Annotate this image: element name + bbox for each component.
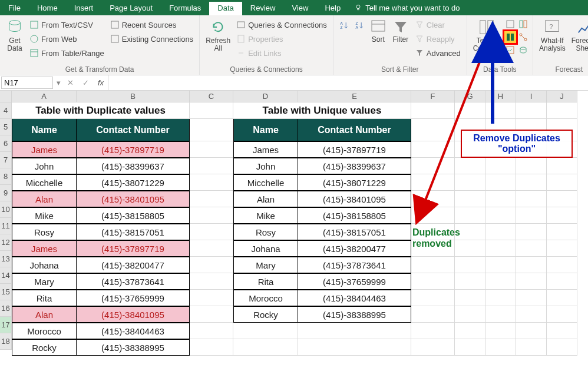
cell[interactable]: (415)-38071229 bbox=[77, 174, 190, 191]
cell[interactable] bbox=[485, 306, 516, 323]
recent-sources-button[interactable]: Recent Sources bbox=[108, 19, 196, 31]
cell[interactable] bbox=[455, 102, 485, 119]
name-box[interactable]: N17 bbox=[1, 77, 53, 89]
cell[interactable] bbox=[411, 158, 455, 174]
col-header-I[interactable]: I bbox=[516, 91, 547, 102]
cell[interactable]: Rosy bbox=[233, 224, 298, 240]
tab-help[interactable]: Help bbox=[316, 0, 349, 15]
tab-file[interactable]: File bbox=[0, 0, 29, 15]
cell[interactable] bbox=[485, 102, 516, 119]
tab-review[interactable]: Review bbox=[242, 0, 284, 15]
cell[interactable]: Johana bbox=[12, 257, 77, 273]
cell[interactable] bbox=[455, 306, 485, 323]
cell[interactable] bbox=[411, 174, 455, 191]
cell[interactable]: Rocky bbox=[12, 339, 77, 356]
cell[interactable] bbox=[516, 174, 547, 191]
cell[interactable]: (415)-38200477 bbox=[77, 257, 190, 273]
tab-insert[interactable]: Insert bbox=[66, 0, 102, 15]
cell[interactable] bbox=[190, 102, 233, 119]
what-if-analysis-button[interactable]: ? What-IfAnalysis bbox=[537, 17, 568, 54]
flash-fill-button[interactable] bbox=[504, 18, 516, 30]
tab-page-layout[interactable]: Page Layout bbox=[101, 0, 161, 15]
cell[interactable] bbox=[485, 290, 516, 306]
cell[interactable]: Mary bbox=[12, 273, 77, 290]
cell[interactable] bbox=[485, 174, 516, 191]
cell[interactable] bbox=[516, 102, 547, 119]
cell[interactable] bbox=[190, 191, 233, 207]
data-validation-button[interactable] bbox=[504, 44, 516, 56]
cell[interactable]: (415)-38401095 bbox=[77, 306, 190, 323]
cell[interactable] bbox=[485, 207, 516, 224]
cell[interactable] bbox=[190, 339, 233, 356]
cell[interactable]: (415)-38157051 bbox=[298, 224, 411, 240]
from-text-csv-button[interactable]: From Text/CSV bbox=[27, 19, 107, 31]
cell[interactable]: Mary bbox=[233, 257, 298, 273]
cell[interactable]: Table with Unique values bbox=[233, 102, 411, 119]
cell[interactable] bbox=[455, 257, 485, 273]
cell[interactable]: Micchelle bbox=[233, 174, 298, 191]
cell[interactable]: (415)-38399637 bbox=[77, 158, 190, 174]
queries-connections-button[interactable]: Queries & Connections bbox=[234, 19, 329, 31]
cell[interactable]: (415)-37897719 bbox=[298, 141, 411, 158]
cell[interactable] bbox=[190, 273, 233, 290]
cell[interactable]: (415)-38158805 bbox=[298, 207, 411, 224]
cell[interactable] bbox=[411, 339, 455, 356]
col-header-D[interactable]: D bbox=[233, 91, 298, 102]
cell[interactable] bbox=[455, 191, 485, 207]
sort-za-button[interactable]: ZA bbox=[352, 17, 366, 31]
cell[interactable]: Rocky bbox=[233, 306, 298, 323]
col-header-H[interactable]: H bbox=[485, 91, 516, 102]
cell[interactable]: Contact Number bbox=[77, 119, 190, 141]
cell[interactable] bbox=[190, 323, 233, 339]
sort-az-button[interactable]: AZ bbox=[337, 17, 351, 31]
cell[interactable]: Alan bbox=[12, 191, 77, 207]
cell[interactable]: (415)-38071229 bbox=[298, 174, 411, 191]
row-header-4[interactable]: 4 bbox=[0, 102, 12, 119]
cell[interactable] bbox=[411, 191, 455, 207]
col-header-B[interactable]: B bbox=[77, 91, 190, 102]
cell[interactable] bbox=[455, 290, 485, 306]
tab-home[interactable]: Home bbox=[29, 0, 66, 15]
cell[interactable] bbox=[485, 158, 516, 174]
cell[interactable] bbox=[485, 273, 516, 290]
cell[interactable] bbox=[411, 119, 455, 141]
row-header-6[interactable]: 6 bbox=[0, 135, 12, 152]
tab-view[interactable]: View bbox=[283, 0, 316, 15]
col-header-F[interactable]: F bbox=[411, 91, 455, 102]
cell[interactable]: Name bbox=[12, 119, 77, 141]
cell[interactable]: Morocco bbox=[12, 323, 77, 339]
row-header-11[interactable]: 11 bbox=[0, 218, 12, 234]
col-header-C[interactable]: C bbox=[190, 91, 233, 102]
cell[interactable] bbox=[516, 290, 547, 306]
cell[interactable] bbox=[485, 339, 516, 356]
cell[interactable]: (415)-38404463 bbox=[77, 323, 190, 339]
text-to-columns-button[interactable]: Text toColumns bbox=[471, 17, 503, 54]
cell[interactable] bbox=[547, 207, 577, 224]
sort-button[interactable]: Sort bbox=[368, 17, 389, 45]
select-all-corner[interactable] bbox=[0, 91, 12, 102]
cell[interactable]: Micchelle bbox=[12, 174, 77, 191]
cell[interactable] bbox=[547, 224, 577, 240]
formula-input[interactable] bbox=[108, 75, 588, 90]
cell[interactable] bbox=[516, 273, 547, 290]
row-header-13[interactable]: 13 bbox=[0, 251, 12, 267]
get-data-button[interactable]: GetData bbox=[4, 17, 26, 54]
cell[interactable]: (415)-38401095 bbox=[77, 191, 190, 207]
tab-data[interactable]: Data bbox=[209, 0, 242, 15]
cell[interactable] bbox=[233, 339, 298, 356]
cell[interactable]: (415)-37659999 bbox=[298, 273, 411, 290]
cell[interactable]: (415)-38401095 bbox=[298, 191, 411, 207]
cell[interactable]: James bbox=[12, 141, 77, 158]
row-header-8[interactable]: 8 bbox=[0, 168, 12, 185]
cell[interactable] bbox=[547, 158, 577, 174]
cell[interactable]: Alan bbox=[12, 306, 77, 323]
cell[interactable]: (415)-38158805 bbox=[77, 207, 190, 224]
cell[interactable] bbox=[190, 257, 233, 273]
cell[interactable] bbox=[190, 174, 233, 191]
cell[interactable]: Mike bbox=[233, 207, 298, 224]
row-header-16[interactable]: 16 bbox=[0, 300, 12, 317]
cell[interactable]: (415)-38404463 bbox=[298, 290, 411, 306]
name-box-dropdown[interactable]: ▾ bbox=[54, 77, 62, 89]
cell[interactable] bbox=[455, 323, 485, 339]
cell[interactable] bbox=[190, 119, 233, 141]
